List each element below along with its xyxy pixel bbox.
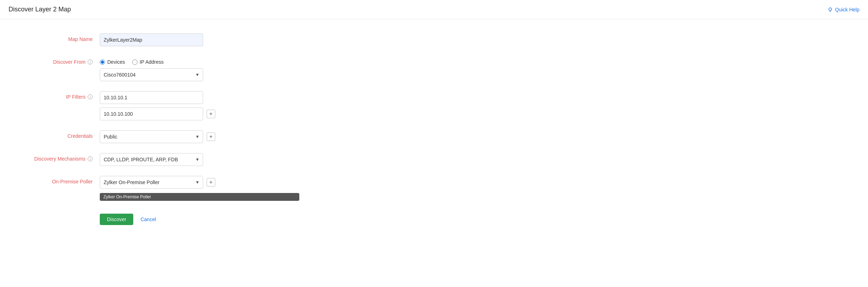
action-buttons-area: Discover Cancel (100, 211, 299, 225)
add-credentials-button[interactable]: + (207, 132, 215, 141)
ip-filter-2-input[interactable] (100, 108, 203, 120)
cancel-button[interactable]: Cancel (138, 214, 159, 225)
device-select[interactable]: Cisco7600104 (100, 68, 203, 81)
ip-filter-2-row: + (100, 108, 299, 120)
discovery-mechanisms-row: Discovery Mechanisms i CDP, LLDP, IPROUT… (21, 153, 299, 166)
credentials-row: Credentials Public ▼ + (21, 130, 299, 143)
map-name-row: Map Name (21, 33, 299, 46)
btn-row: Discover Cancel (100, 214, 299, 225)
radio-devices-input[interactable] (100, 59, 105, 65)
device-select-wrapper: Cisco7600104 ▼ (100, 68, 203, 81)
on-premise-poller-row: On-Premise Poller Zylker On-Premise Poll… (21, 176, 299, 201)
poller-tooltip: Zylker On-Premise Poller (100, 193, 299, 201)
action-buttons-label-spacer (21, 211, 100, 214)
ip-filter-1-input[interactable] (100, 91, 203, 104)
add-poller-button[interactable]: + (207, 178, 215, 187)
credentials-select-wrapper: Public ▼ (100, 130, 203, 143)
radio-devices-label: Devices (107, 59, 125, 65)
credentials-control: Public ▼ + (100, 130, 299, 143)
credentials-select[interactable]: Public (100, 130, 203, 143)
discover-from-info-icon[interactable]: i (88, 59, 93, 64)
discover-from-row: Discover From i Devices IP Address Cisco… (21, 56, 299, 81)
credentials-label: Credentials (21, 130, 100, 139)
add-ip-filter-button[interactable]: + (207, 110, 215, 118)
radio-ip-label: IP Address (140, 59, 164, 65)
radio-devices-option[interactable]: Devices (100, 59, 125, 65)
credentials-select-row: Public ▼ + (100, 130, 299, 143)
on-premise-poller-control: Zylker On-Premise Poller ▼ + Zylker On-P… (100, 176, 299, 201)
map-name-control (100, 33, 299, 46)
discover-from-label: Discover From i (21, 56, 100, 65)
discover-from-radio-group: Devices IP Address (100, 56, 299, 65)
page-title: Discover Layer 2 Map (9, 6, 71, 13)
discovery-mechanisms-label: Discovery Mechanisms i (21, 153, 100, 162)
ip-filters-info-icon[interactable]: i (88, 94, 93, 99)
discovery-mechanisms-select[interactable]: CDP, LLDP, IPROUTE, ARP, FDB (100, 153, 203, 166)
discovery-mechanisms-control: CDP, LLDP, IPROUTE, ARP, FDB ▼ (100, 153, 299, 166)
discover-button[interactable]: Discover (100, 214, 133, 225)
action-buttons-row: Discover Cancel (21, 211, 299, 225)
discovery-mechanisms-select-wrapper: CDP, LLDP, IPROUTE, ARP, FDB ▼ (100, 153, 203, 166)
svg-point-0 (829, 8, 832, 11)
on-premise-poller-select-row: Zylker On-Premise Poller ▼ + (100, 176, 299, 189)
on-premise-poller-select-wrapper: Zylker On-Premise Poller ▼ (100, 176, 203, 189)
discovery-mechanisms-info-icon[interactable]: i (88, 156, 93, 161)
ip-filters-control: + (100, 91, 299, 120)
on-premise-poller-select[interactable]: Zylker On-Premise Poller (100, 176, 203, 189)
quick-help-label: Quick Help (835, 7, 859, 12)
quick-help-link[interactable]: Quick Help (827, 7, 859, 12)
map-name-input[interactable] (100, 33, 203, 46)
location-icon (827, 7, 833, 12)
radio-ip-option[interactable]: IP Address (132, 59, 164, 65)
ip-filters-label: IP Filters i (21, 91, 100, 100)
ip-filters-row: IP Filters i + (21, 91, 299, 120)
on-premise-poller-label: On-Premise Poller (21, 176, 100, 184)
discover-from-control: Devices IP Address Cisco7600104 ▼ (100, 56, 299, 81)
radio-ip-input[interactable] (132, 59, 138, 65)
map-name-label: Map Name (21, 33, 100, 42)
